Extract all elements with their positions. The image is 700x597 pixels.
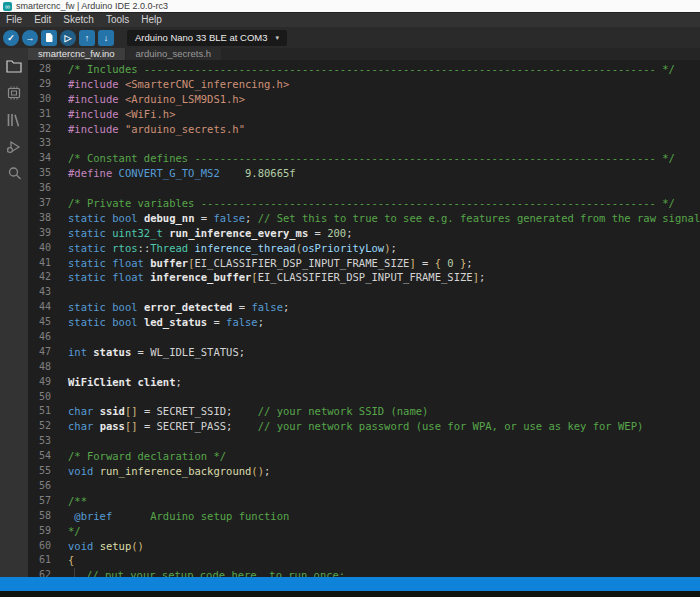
code-line[interactable]: 44static bool error_detected = false;	[28, 300, 700, 315]
window-title: smartercnc_fw | Arduino IDE 2.0.0-rc3	[16, 1, 168, 11]
code-line[interactable]: 36	[28, 181, 700, 196]
code-text: WiFiClient client;	[68, 375, 700, 390]
verify-button[interactable]: ✓	[3, 30, 19, 46]
code-line[interactable]: 37/* Private variables -----------------…	[28, 196, 700, 211]
line-number: 28	[28, 62, 68, 77]
code-text: /* Private variables -------------------…	[68, 196, 700, 211]
code-text	[68, 390, 700, 405]
code-text	[68, 285, 700, 300]
title-bar: ∞ smartercnc_fw | Arduino IDE 2.0.0-rc3	[0, 0, 700, 13]
activity-bar	[0, 48, 28, 577]
boards-manager-icon[interactable]	[5, 84, 23, 101]
code-line[interactable]: 60void setup()	[28, 539, 700, 554]
status-bar	[0, 577, 700, 591]
sketchbook-folder-icon[interactable]	[5, 57, 23, 74]
code-line[interactable]: 51char ssid[] = SECRET_SSID; // your net…	[28, 404, 700, 419]
code-line[interactable]: 30#include <Arduino_LSM9DS1.h>	[28, 92, 700, 107]
code-text: void run_inference_background();	[68, 464, 700, 479]
code-line[interactable]: 45static bool led_status = false;	[28, 315, 700, 330]
menu-tools[interactable]: Tools	[100, 13, 135, 27]
tab-smartercnc-fw-ino[interactable]: smartercnc_fw.ino	[28, 48, 125, 60]
arduino-app-icon: ∞	[3, 2, 12, 11]
menu-help[interactable]: Help	[135, 13, 168, 27]
bottom-strip	[0, 591, 700, 597]
code-line[interactable]: 47int status = WL_IDLE_STATUS;	[28, 345, 700, 360]
code-line[interactable]: 31#include <WiFi.h>	[28, 107, 700, 122]
code-line[interactable]: 33	[28, 136, 700, 151]
code-line[interactable]: 35#define CONVERT_G_TO_MS2 9.80665f	[28, 166, 700, 181]
new-sketch-button[interactable]	[41, 30, 57, 46]
document-icon	[46, 33, 53, 42]
line-number: 58	[28, 509, 68, 524]
code-line[interactable]: 50	[28, 390, 700, 405]
tab-arduino-secrets-h[interactable]: arduino_secrets.h	[126, 48, 222, 60]
code-line[interactable]: 32#include "arduino_secrets.h"	[28, 122, 700, 137]
line-number: 45	[28, 315, 68, 330]
debug-icon[interactable]	[5, 138, 23, 155]
upload-button[interactable]: →	[22, 30, 38, 46]
menu-edit[interactable]: Edit	[28, 13, 57, 27]
line-number: 53	[28, 434, 68, 449]
line-number: 48	[28, 360, 68, 375]
editor-group: smartercnc_fw.ino arduino_secrets.h 28/*…	[28, 48, 700, 577]
save-button[interactable]: ↓	[98, 30, 114, 46]
line-number: 57	[28, 494, 68, 509]
line-number: 38	[28, 211, 68, 226]
tab-bar: smartercnc_fw.ino arduino_secrets.h	[28, 48, 700, 60]
line-number: 32	[28, 122, 68, 137]
code-line[interactable]: 56	[28, 479, 700, 494]
code-line[interactable]: 38static bool debug_nn = false; // Set t…	[28, 211, 700, 226]
open-button[interactable]: ↑	[79, 30, 95, 46]
menu-file[interactable]: File	[0, 13, 28, 27]
code-text	[68, 181, 700, 196]
line-number: 41	[28, 256, 68, 271]
code-line[interactable]: 29#include <SmarterCNC_inferencing.h>	[28, 77, 700, 92]
board-selector-dropdown[interactable]: Arduino Nano 33 BLE at COM3 ▾	[127, 30, 287, 46]
code-line[interactable]: 43	[28, 285, 700, 300]
code-line[interactable]: 61{	[28, 553, 700, 568]
line-number: 46	[28, 330, 68, 345]
code-line[interactable]: 41static float buffer[EI_CLASSIFIER_DSP_…	[28, 256, 700, 271]
code-line[interactable]: 39static uint32_t run_inference_every_ms…	[28, 226, 700, 241]
code-line[interactable]: 49WiFiClient client;	[28, 375, 700, 390]
code-line[interactable]: 28/* Includes --------------------------…	[28, 62, 700, 77]
line-number: 36	[28, 181, 68, 196]
code-line[interactable]: 55void run_inference_background();	[28, 464, 700, 479]
code-editor[interactable]: 28/* Includes --------------------------…	[28, 60, 700, 577]
code-text: /* Constant defines --------------------…	[68, 151, 700, 166]
code-text: int status = WL_IDLE_STATUS;	[68, 345, 700, 360]
library-manager-icon[interactable]	[5, 111, 23, 128]
line-number: 52	[28, 419, 68, 434]
code-line[interactable]: 62// put your setup code here, to run on…	[28, 568, 700, 577]
code-line[interactable]: 48	[28, 360, 700, 375]
debug-button[interactable]: ▷	[60, 30, 76, 46]
code-text: static uint32_t run_inference_every_ms =…	[68, 226, 700, 241]
code-line[interactable]: 52char pass[] = SECRET_PASS; // your net…	[28, 419, 700, 434]
code-text: // put your setup code here, to run once…	[68, 568, 700, 577]
code-text: static rtos::Thread inference_thread(osP…	[68, 241, 700, 256]
line-number: 55	[28, 464, 68, 479]
code-line[interactable]: 40static rtos::Thread inference_thread(o…	[28, 241, 700, 256]
line-number: 40	[28, 241, 68, 256]
code-text: void setup()	[68, 539, 700, 554]
line-number: 39	[28, 226, 68, 241]
code-line[interactable]: 46	[28, 330, 700, 345]
code-line[interactable]: 34/* Constant defines ------------------…	[28, 151, 700, 166]
code-text: static bool debug_nn = false; // Set thi…	[68, 211, 700, 226]
line-number: 61	[28, 553, 68, 568]
chevron-down-icon: ▾	[276, 34, 280, 42]
code-line[interactable]: 59*/	[28, 524, 700, 539]
code-text: #include <Arduino_LSM9DS1.h>	[68, 92, 700, 107]
code-line[interactable]: 54/* Forward declaration */	[28, 449, 700, 464]
search-icon[interactable]	[5, 165, 23, 182]
line-number: 37	[28, 196, 68, 211]
line-number: 43	[28, 285, 68, 300]
code-text	[68, 136, 700, 151]
code-text: /**	[68, 494, 700, 509]
menu-sketch[interactable]: Sketch	[57, 13, 100, 27]
code-line[interactable]: 57/**	[28, 494, 700, 509]
code-line[interactable]: 58 @brief Arduino setup function	[28, 509, 700, 524]
code-line[interactable]: 53	[28, 434, 700, 449]
code-line[interactable]: 42static float inference_buffer[EI_CLASS…	[28, 270, 700, 285]
code-text	[68, 479, 700, 494]
